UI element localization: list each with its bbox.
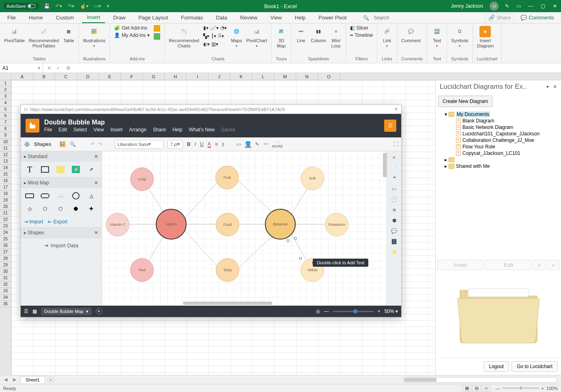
search-icon[interactable]: 🔍 (363, 15, 369, 21)
tab-insert[interactable]: Insert (82, 12, 105, 23)
goto-lucidchart-button[interactable]: Go to Lucidchart (512, 361, 558, 372)
sheet-nav-prev-icon[interactable]: ◀ (2, 377, 9, 382)
col-header[interactable]: B (33, 73, 55, 80)
pivotchart-button[interactable]: 📊PivotChart▾ (246, 25, 267, 48)
lucid-search-icon[interactable]: 🔍 (70, 141, 76, 147)
lucid-doc-name[interactable]: Double Bubble Map (44, 119, 235, 126)
lucid-shape-fill-icon[interactable]: ▭ (236, 141, 241, 147)
page-next-button[interactable]: » (547, 260, 559, 270)
logout-button[interactable]: Logout (484, 361, 509, 372)
pivottable-button[interactable]: 📊PivotTable (4, 25, 25, 43)
tab-help[interactable]: Help (290, 12, 311, 23)
lucid-page-select[interactable]: Double Bubble Map ▾ (41, 308, 92, 315)
shape-hexagon[interactable]: ⬡ (55, 204, 66, 213)
lucid-panel-standard[interactable]: Standard (28, 154, 47, 159)
row-header[interactable]: 11 (0, 145, 11, 152)
lucid-menu-help[interactable]: Help (172, 127, 183, 133)
tab-file[interactable]: File (2, 12, 21, 23)
tree-doc[interactable]: Collaboration Challenge_JJ_Moe (438, 137, 559, 144)
insert-button[interactable]: Insert (437, 260, 484, 270)
share-button[interactable]: 🔗 Share (485, 13, 514, 22)
lucid-data-icon[interactable]: ⬢ (392, 218, 396, 223)
tab-view[interactable]: View (266, 12, 287, 23)
undo-icon[interactable]: ↶▾ (56, 3, 62, 9)
row-header[interactable]: 22 (0, 216, 11, 223)
combo-chart-icon[interactable]: ◐▾ (203, 41, 210, 47)
col-header[interactable]: H (165, 73, 187, 80)
lucid-align-icon[interactable]: ≡ (215, 141, 218, 147)
lucid-line-color-icon[interactable]: ✎ (255, 141, 259, 147)
lucid-history-icon[interactable]: 🕘 (391, 197, 397, 202)
row-header[interactable]: 20 (0, 203, 11, 210)
lucid-menu-share[interactable]: Share (153, 127, 166, 133)
zoom-out-icon[interactable]: — (495, 386, 500, 391)
bing-addin-icon[interactable] (154, 25, 160, 32)
row-header[interactable]: 5 (0, 106, 11, 113)
lucid-db-icon[interactable]: 🗄️ (391, 239, 397, 244)
tree-my-documents[interactable]: ▾ My Documents (438, 111, 559, 118)
lucid-hscroll[interactable] (183, 302, 272, 305)
name-box[interactable]: A1▾ (0, 63, 43, 73)
col-header[interactable]: D (77, 73, 99, 80)
people-addin-icon[interactable] (154, 33, 160, 40)
search-label[interactable]: Search (374, 15, 389, 21)
lucid-bold-icon[interactable]: B (187, 141, 191, 147)
row-header[interactable]: 27 (0, 249, 11, 255)
tab-home[interactable]: Home (24, 12, 48, 23)
sheet-tab[interactable]: Sheet1 (20, 376, 45, 383)
customize-qat-icon[interactable]: ▾ (107, 3, 109, 9)
row-header[interactable]: 6 (0, 113, 11, 119)
fx-icon[interactable]: fx (64, 65, 73, 71)
lucid-valign-icon[interactable]: ⫿ (222, 141, 224, 147)
row-header[interactable]: 2 (0, 87, 11, 93)
tree-doc[interactable]: Lucidchart101_Capstone_JJackson (438, 131, 559, 137)
lucid-zoom-out-icon[interactable]: — (324, 308, 329, 314)
shape-arrow[interactable]: ➚ (86, 165, 97, 174)
bubble-soft[interactable]: Soft (301, 167, 324, 190)
row-header[interactable]: 30 (0, 268, 11, 275)
lucid-line-style-icon[interactable]: ⬳ (263, 141, 268, 147)
row-header[interactable]: 18 (0, 191, 11, 197)
shape-hotspot[interactable]: ⚡ (70, 165, 82, 174)
symbols-button[interactable]: ΩSymbols▾ (451, 25, 468, 48)
page-prev-button[interactable]: « (533, 260, 546, 270)
row-header[interactable]: 14 (0, 165, 11, 171)
lucid-italic-icon[interactable]: I (195, 141, 196, 147)
lucid-gear-icon[interactable]: ⚙️ (24, 141, 30, 147)
lucid-grid-icon[interactable]: ▦ (32, 308, 37, 314)
row-header[interactable]: 10 (0, 139, 11, 145)
lucid-menu-whatsnew[interactable]: What's New (189, 127, 215, 133)
lucid-panel-shapes[interactable]: Shapes (28, 230, 44, 236)
lucid-hamburger-icon[interactable]: ☰ (384, 120, 396, 132)
bubble-food[interactable]: Food (216, 213, 239, 236)
minimize-icon[interactable]: — (528, 3, 533, 9)
lucid-fullscreen-icon[interactable]: ⛶ (393, 141, 398, 147)
shape-rect[interactable] (39, 165, 51, 174)
stat-chart-icon[interactable]: ┇▾ (211, 33, 216, 39)
recommended-charts-button[interactable]: 📉Recommended Charts (169, 25, 199, 49)
lucid-undo-icon[interactable]: ↶ (90, 141, 95, 147)
table-button[interactable]: ▦Table (63, 25, 74, 43)
tab-powerpivot[interactable]: Power Pivot (314, 12, 351, 23)
taskpane-menu-icon[interactable]: ▾ (546, 84, 549, 90)
avatar[interactable]: JJ (490, 2, 499, 11)
row-header[interactable]: 3 (0, 93, 11, 100)
shape-octagon[interactable]: ⯃ (70, 204, 82, 213)
row-header[interactable]: 28 (0, 255, 11, 262)
bubble-red[interactable]: Red (130, 258, 154, 282)
lucid-list-icon[interactable]: ☰ (24, 308, 28, 314)
zoom-slider[interactable] (502, 388, 539, 389)
sparkline-line-button[interactable]: 〰️Line (295, 25, 307, 43)
col-header[interactable]: G (143, 73, 165, 80)
shape-pentagon[interactable]: ⬠ (39, 204, 51, 213)
recommended-pivot-button[interactable]: 📈Recommended PivotTables (29, 25, 59, 49)
row-header[interactable]: 4 (0, 100, 11, 106)
tree-doc[interactable]: Blank Diagram (438, 118, 559, 124)
lucid-menu-select[interactable]: Select (73, 127, 87, 133)
ribbon-options-icon[interactable]: ▭ (516, 3, 521, 9)
lucid-font-select[interactable]: Liberation Sans ▾ (115, 140, 163, 149)
lucid-image-icon[interactable]: 🖼️ (60, 141, 66, 147)
lucid-present-icon[interactable]: ▭ (392, 186, 396, 192)
lucid-menu-file[interactable]: File (44, 127, 52, 133)
shape-note[interactable] (55, 165, 66, 174)
